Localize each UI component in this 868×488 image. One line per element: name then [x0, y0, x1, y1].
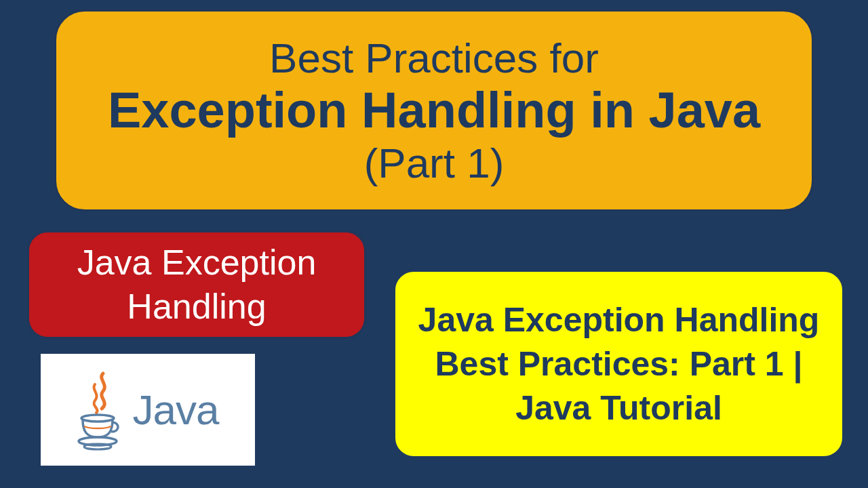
title-line-3: (Part 1) — [364, 141, 505, 185]
java-logo-text: Java — [133, 386, 219, 434]
java-cup-icon — [77, 369, 126, 451]
title-banner: Best Practices for Exception Handling in… — [54, 9, 814, 211]
java-logo: Java — [41, 354, 255, 466]
description-line-3: Java Tutorial — [515, 386, 722, 430]
svg-point-2 — [84, 444, 111, 449]
title-line-2: Exception Handling in Java — [108, 81, 760, 139]
description-line-1: Java Exception Handling — [418, 298, 820, 342]
description-box: Java Exception Handling Best Practices: … — [393, 270, 844, 458]
description-line-2: Best Practices: Part 1 | — [435, 342, 802, 386]
title-line-1: Best Practices for — [269, 36, 599, 80]
svg-point-0 — [81, 415, 114, 422]
subtitle-line-1: Java Exception — [77, 241, 317, 285]
subtitle-box: Java Exception Handling — [27, 230, 366, 339]
subtitle-line-2: Handling — [127, 285, 266, 329]
